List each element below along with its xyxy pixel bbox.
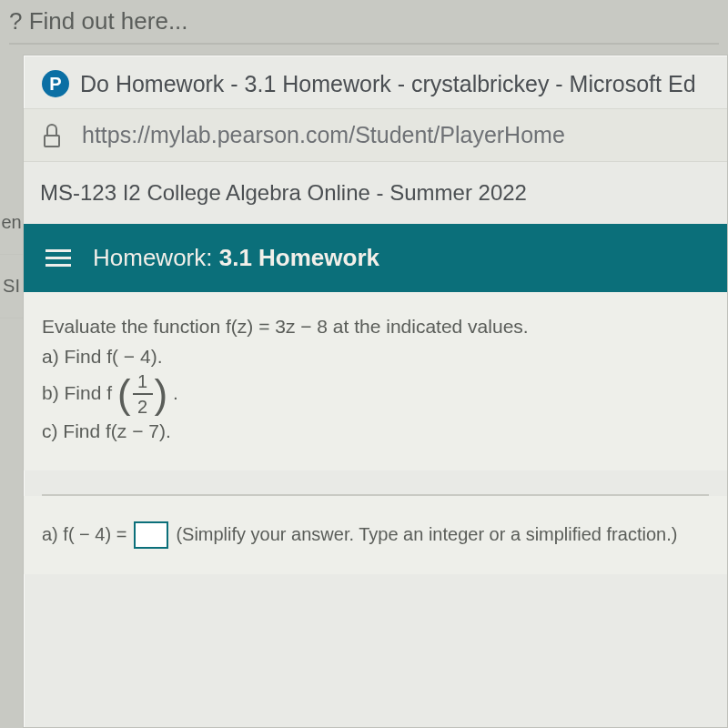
address-bar[interactable]: https://mylab.pearson.com/Student/Player… [24, 108, 727, 162]
fraction: 1 2 [133, 371, 153, 417]
course-title: MS-123 I2 College Algebra Online - Summe… [24, 162, 727, 224]
problem-prompt: Evaluate the function f(z) = 3z − 8 at t… [42, 312, 709, 342]
answer-a-input[interactable] [134, 521, 168, 549]
fraction-denominator: 2 [137, 397, 147, 417]
banner-divider [9, 43, 719, 45]
lock-icon [42, 124, 62, 147]
answer-row-a: a) f( − 4) = (Simplify your answer. Type… [24, 496, 727, 574]
homework-label-prefix: Homework: [93, 244, 212, 271]
problem-body: Evaluate the function f(z) = 3z − 8 at t… [24, 292, 727, 470]
problem-part-a: a) Find f( − 4). [42, 342, 709, 372]
answer-a-prefix: a) f( − 4) = [42, 524, 126, 545]
window-titlebar: P Do Homework - 3.1 Homework - crystalbr… [24, 56, 727, 108]
fraction-bar [133, 393, 153, 395]
problem-part-c: c) Find f(z − 7). [42, 417, 709, 447]
homework-header: Homework: 3.1 Homework [24, 224, 727, 292]
rail-stub-si: SI [0, 255, 23, 318]
browser-window: P Do Homework - 3.1 Homework - crystalbr… [23, 55, 728, 728]
homework-title: Homework: 3.1 Homework [93, 244, 379, 272]
right-paren-icon: ) [155, 376, 168, 412]
hamburger-menu-icon[interactable] [46, 249, 71, 267]
window-title: Do Homework - 3.1 Homework - crystalbric… [80, 71, 696, 97]
answer-a-hint: (Simplify your answer. Type an integer o… [176, 524, 677, 545]
banner-text: ? Find out here... [9, 7, 188, 35]
favicon-letter: P [49, 74, 61, 95]
part-b-suffix: . [173, 382, 178, 403]
homework-name: 3.1 Homework [219, 244, 379, 271]
part-b-prefix: b) Find f [42, 382, 112, 403]
problem-part-b: b) Find f ( 1 2 ) . [42, 371, 709, 417]
rail-stub-en: en [0, 191, 23, 255]
url-text: https://mylab.pearson.com/Student/Player… [82, 122, 565, 148]
left-rail: en SI [0, 55, 23, 318]
pearson-favicon-icon: P [42, 70, 69, 97]
left-paren-icon: ( [117, 376, 131, 412]
fraction-numerator: 1 [137, 371, 147, 391]
page-banner: ? Find out here... [0, 0, 728, 52]
